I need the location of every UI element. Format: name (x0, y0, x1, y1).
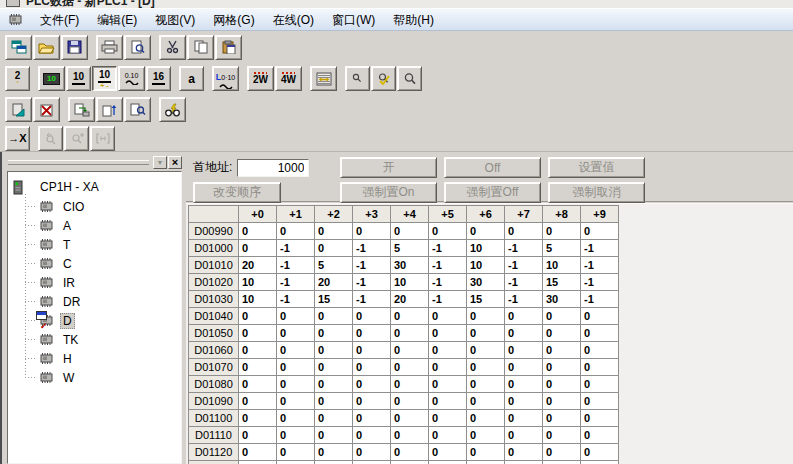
memory-cell[interactable]: 0 (239, 393, 277, 410)
change-order-button[interactable]: 改变顺序 (193, 182, 281, 203)
memory-cell[interactable]: 0 (391, 444, 429, 461)
memory-cell[interactable]: 0 (315, 342, 353, 359)
paste-button[interactable] (215, 35, 242, 60)
save-button[interactable] (61, 35, 88, 60)
tree-item-A[interactable]: A (19, 216, 181, 235)
memory-cell[interactable]: 0 (543, 444, 581, 461)
memory-cell[interactable]: -1 (277, 274, 315, 291)
memory-cell[interactable]: 0 (353, 461, 391, 464)
memory-cell[interactable]: 0 (429, 325, 467, 342)
tree-item-T[interactable]: T (19, 235, 181, 254)
memory-cell[interactable]: 0 (277, 410, 315, 427)
memory-cell[interactable]: 0 (353, 223, 391, 240)
memory-cell[interactable]: 0 (581, 308, 619, 325)
decimal-button[interactable]: 10 (66, 66, 91, 91)
memory-cell[interactable]: 0 (429, 393, 467, 410)
memory-cell[interactable]: 0 (353, 376, 391, 393)
hex-button[interactable]: 16 (146, 66, 171, 91)
memory-cell[interactable]: 0 (353, 444, 391, 461)
signed-decimal-button[interactable]: 10+ - (92, 66, 117, 91)
memory-cell[interactable]: -1 (429, 257, 467, 274)
tree-root-plc[interactable]: CP1H - XA (13, 177, 181, 197)
off-button[interactable]: Off (444, 157, 541, 178)
memory-cell[interactable]: 0 (543, 342, 581, 359)
compare-with-plc-button[interactable] (124, 97, 151, 122)
memory-cell[interactable]: -1 (581, 240, 619, 257)
memory-cell[interactable]: -1 (429, 291, 467, 308)
memory-cell[interactable]: 0 (505, 444, 543, 461)
memory-cell[interactable]: 0 (429, 461, 467, 464)
memory-cell[interactable]: 0 (277, 427, 315, 444)
memory-cell[interactable]: -1 (353, 257, 391, 274)
memory-cell[interactable]: -1 (581, 274, 619, 291)
memory-cell[interactable]: 0 (581, 376, 619, 393)
memory-cell[interactable]: 15 (543, 274, 581, 291)
memory-cell[interactable]: -1 (505, 257, 543, 274)
tree-item-C[interactable]: C (19, 254, 181, 273)
print-button[interactable] (96, 35, 123, 60)
memory-cell[interactable]: 0 (391, 223, 429, 240)
menu-item[interactable]: 窗口(W) (323, 11, 384, 29)
dock-gripper[interactable] (8, 160, 149, 165)
address-range-button[interactable] (90, 126, 115, 151)
memory-cell[interactable]: 0 (239, 376, 277, 393)
open-file-button[interactable] (33, 35, 60, 60)
on-button[interactable]: 开 (340, 157, 437, 178)
memory-cell[interactable]: 0 (429, 444, 467, 461)
memory-cell[interactable]: -1 (277, 240, 315, 257)
memory-cell[interactable]: 0 (277, 308, 315, 325)
memory-cell[interactable]: 0 (391, 308, 429, 325)
memory-cell[interactable]: 0 (353, 410, 391, 427)
tree-item-H[interactable]: H (19, 349, 181, 368)
memory-cell[interactable]: 5 (315, 257, 353, 274)
memory-cell[interactable]: 0 (391, 461, 429, 464)
memory-cell[interactable]: 0 (239, 410, 277, 427)
memory-cell[interactable]: 10 (239, 274, 277, 291)
memory-cell[interactable]: 10 (239, 291, 277, 308)
tree-item-D[interactable]: ✓D (19, 311, 181, 330)
memory-cell[interactable]: 0 (315, 410, 353, 427)
memory-cell[interactable]: 0 (429, 410, 467, 427)
memory-cell[interactable]: 0 (581, 342, 619, 359)
force-cancel-button[interactable]: 强制取消 (548, 182, 645, 203)
menu-item[interactable]: 视图(V) (146, 11, 204, 29)
binary-button[interactable]: 2' (5, 66, 30, 91)
bcd-button[interactable]: 10 (38, 66, 65, 91)
float-button[interactable]: 0.10 (118, 66, 145, 91)
dock-dropdown-button[interactable]: ▼ (153, 156, 167, 169)
memory-cell[interactable]: 0 (581, 325, 619, 342)
memory-cell[interactable]: 0 (581, 461, 619, 464)
memory-cell[interactable]: 0 (505, 376, 543, 393)
memory-cell[interactable]: 0 (505, 223, 543, 240)
memory-cell[interactable]: 0 (543, 461, 581, 464)
long-word-button[interactable]: L0·10 (212, 66, 239, 91)
memory-cell[interactable]: 20 (315, 274, 353, 291)
memory-cell[interactable]: 0 (543, 393, 581, 410)
memory-cell[interactable]: 0 (581, 223, 619, 240)
memory-cell[interactable]: -1 (429, 240, 467, 257)
text-button[interactable]: a (179, 66, 204, 91)
memory-cell[interactable]: -1 (581, 291, 619, 308)
memory-cell[interactable]: 0 (277, 223, 315, 240)
transfer-to-plc-button[interactable] (68, 97, 95, 122)
clear-data-button[interactable] (33, 97, 60, 122)
memory-cell[interactable]: 0 (391, 376, 429, 393)
memory-cell[interactable]: 30 (543, 291, 581, 308)
memory-cell[interactable]: 0 (277, 461, 315, 464)
memory-cell[interactable]: -1 (505, 291, 543, 308)
memory-cell[interactable]: 0 (315, 240, 353, 257)
menu-item[interactable]: 帮助(H) (384, 11, 443, 29)
print-preview-button[interactable] (124, 35, 151, 60)
memory-cell[interactable]: 0 (239, 359, 277, 376)
memory-cell[interactable]: 0 (543, 359, 581, 376)
memory-cell[interactable]: 0 (429, 359, 467, 376)
cut-button[interactable] (159, 35, 186, 60)
memory-cell[interactable]: 0 (353, 359, 391, 376)
memory-cell[interactable]: 0 (467, 461, 505, 464)
memory-cell[interactable]: 0 (315, 427, 353, 444)
memory-cell[interactable]: 0 (315, 308, 353, 325)
memory-cell[interactable]: -1 (429, 274, 467, 291)
memory-cell[interactable]: -1 (505, 240, 543, 257)
memory-cell[interactable]: 0 (429, 376, 467, 393)
menu-item[interactable]: 文件(F) (31, 11, 88, 29)
